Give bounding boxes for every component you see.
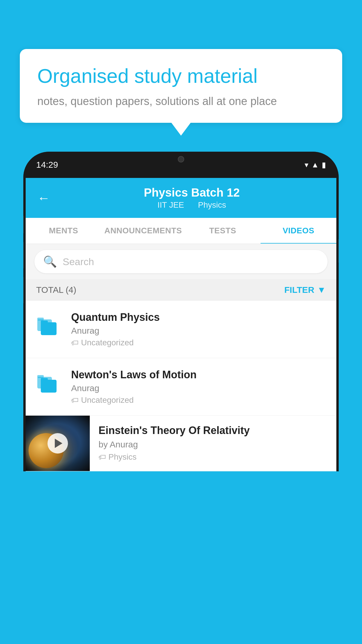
video-tag: 🏷 Uncategorized (71, 338, 326, 347)
list-item[interactable]: Newton's Laws of Motion Anurag 🏷 Uncateg… (26, 358, 336, 416)
list-item[interactable]: Quantum Physics Anurag 🏷 Uncategorized (26, 301, 336, 358)
video-title: Einstein's Theory Of Relativity (99, 424, 328, 437)
video-author: by Anurag (99, 440, 328, 449)
tag-text: Uncategorized (81, 396, 134, 405)
video-title: Newton's Laws of Motion (71, 369, 326, 381)
video-item-info: Newton's Laws of Motion Anurag 🏷 Uncateg… (71, 369, 326, 405)
tag-icon: 🏷 (99, 453, 106, 462)
video-tag: 🏷 Physics (99, 452, 328, 462)
power-button (338, 239, 339, 262)
play-icon (55, 439, 62, 448)
video-thumbnail (26, 416, 90, 471)
tab-tests[interactable]: TESTS (185, 218, 261, 244)
list-item[interactable]: Einstein's Theory Of Relativity by Anura… (26, 416, 336, 471)
folder-icon (36, 313, 62, 339)
tag-icon: 🏷 (71, 338, 79, 347)
header-subtitle: IIT JEE Physics (59, 200, 325, 210)
video-author: Anurag (71, 326, 326, 336)
play-button-overlay[interactable] (48, 433, 68, 454)
tag-text: Uncategorized (81, 338, 134, 347)
svg-rect-5 (37, 375, 44, 378)
search-input-placeholder[interactable]: Search (63, 256, 94, 267)
signal-icon: ▲ (311, 160, 319, 169)
video-tag: 🏷 Uncategorized (71, 396, 326, 405)
filter-bar: TOTAL (4) FILTER ▼ (26, 279, 336, 301)
header-title: Physics Batch 12 (59, 186, 325, 199)
video-list: Quantum Physics Anurag 🏷 Uncategorized (26, 301, 336, 471)
search-bar-container: 🔍 Search (26, 244, 336, 279)
volume-up-button (23, 216, 24, 233)
wifi-icon: ▾ (305, 160, 308, 169)
app-header: ← Physics Batch 12 IIT JEE Physics (26, 178, 336, 218)
tag-icon: 🏷 (71, 396, 79, 405)
tabs-bar: MENTS ANNOUNCEMENTS TESTS VIDEOS (26, 218, 336, 244)
tab-announcements[interactable]: ANNOUNCEMENTS (101, 218, 185, 244)
volume-down-button (23, 242, 24, 268)
tab-ments[interactable]: MENTS (26, 218, 101, 244)
total-label: TOTAL (4) (36, 285, 76, 295)
battery-icon: ▮ (322, 160, 326, 169)
search-icon: 🔍 (43, 255, 57, 268)
camera-dot (178, 156, 184, 162)
video-author: Anurag (71, 383, 326, 393)
video-item-info: Quantum Physics Anurag 🏷 Uncategorized (71, 311, 326, 347)
bubble-subtitle: notes, question papers, solutions all at… (37, 95, 325, 108)
svg-rect-2 (41, 322, 57, 335)
tag-text: Physics (108, 452, 136, 462)
tab-videos[interactable]: VIDEOS (261, 218, 336, 244)
back-button[interactable]: ← (37, 191, 50, 205)
video-item-info: Einstein's Theory Of Relativity by Anura… (90, 416, 336, 470)
subtitle-iit: IIT JEE (157, 200, 184, 209)
subtitle-physics: Physics (198, 200, 226, 209)
status-icons: ▾ ▲ ▮ (305, 160, 326, 169)
speech-bubble: Organised study material notes, question… (20, 49, 342, 123)
bubble-title: Organised study material (37, 64, 325, 88)
phone-notch (158, 152, 204, 167)
status-time: 14:29 (36, 160, 58, 170)
silent-button (23, 277, 24, 303)
phone-container: 14:29 ▾ ▲ ▮ ← Physics Batch 12 IIT JEE (23, 152, 339, 644)
filter-button[interactable]: FILTER ▼ (284, 285, 326, 295)
phone-outer: 14:29 ▾ ▲ ▮ ← Physics Batch 12 IIT JEE (23, 152, 339, 471)
status-bar: 14:29 ▾ ▲ ▮ (23, 152, 339, 178)
header-title-group: Physics Batch 12 IIT JEE Physics (59, 186, 325, 210)
folder-icon (36, 370, 62, 397)
svg-rect-3 (41, 321, 48, 324)
video-title: Quantum Physics (71, 311, 326, 323)
phone-screen: ← Physics Batch 12 IIT JEE Physics MENTS… (26, 178, 336, 471)
svg-rect-1 (37, 318, 44, 321)
svg-rect-7 (41, 378, 48, 382)
svg-rect-6 (41, 380, 57, 393)
filter-icon: ▼ (317, 285, 326, 295)
search-bar[interactable]: 🔍 Search (34, 250, 328, 273)
